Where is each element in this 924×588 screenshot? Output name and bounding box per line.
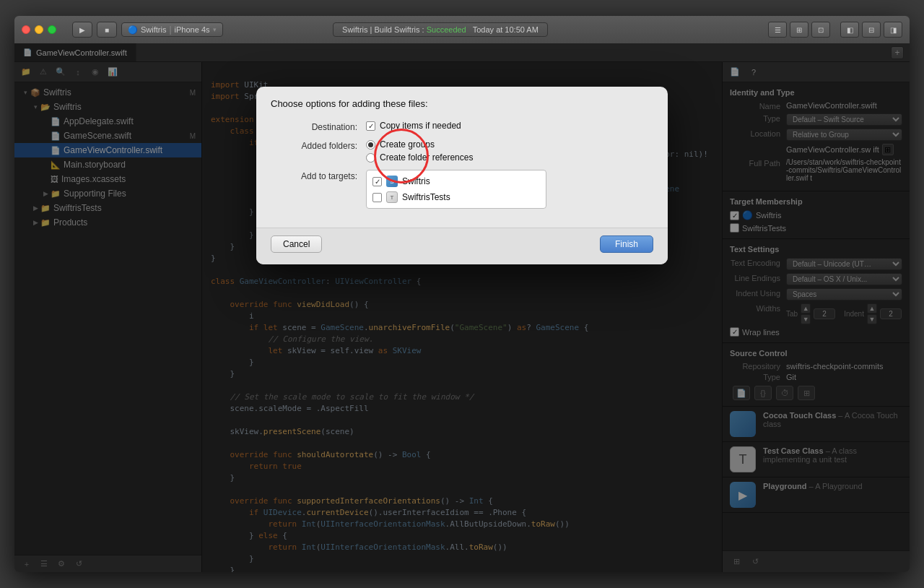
modal-header: Choose options for adding these files: bbox=[256, 87, 668, 115]
build-label: Swiftris | Build Swiftris : Succeeded To… bbox=[342, 25, 539, 34]
create-folder-refs-label: Create folder references bbox=[380, 152, 473, 163]
swiftristests-target-name: SwiftrisTests bbox=[402, 192, 450, 202]
swiftris-target-row[interactable]: ✓ S Swiftris bbox=[370, 173, 543, 189]
create-groups-row[interactable]: Create groups bbox=[366, 139, 473, 150]
separator: | bbox=[169, 25, 171, 35]
titlebar: ▶ ■ 🔵 Swiftris | iPhone 4s ▾ Swiftris | … bbox=[14, 16, 910, 43]
build-status-bar: Swiftris | Build Swiftris : Succeeded To… bbox=[333, 22, 548, 37]
modal-body: Destination: ✓ Copy items if needed Adde… bbox=[256, 115, 668, 228]
chevron-down-icon: ▾ bbox=[213, 26, 217, 33]
stop-button[interactable]: ■ bbox=[97, 22, 117, 38]
traffic-lights bbox=[22, 25, 56, 34]
xcode-window: ▶ ■ 🔵 Swiftris | iPhone 4s ▾ Swiftris | … bbox=[14, 16, 910, 572]
modal-footer: Cancel Finish bbox=[256, 228, 668, 264]
debug-toggle[interactable]: ⊟ bbox=[862, 22, 881, 38]
create-folder-refs-radio[interactable] bbox=[366, 153, 375, 163]
modal-title: Choose options for adding these files: bbox=[271, 98, 428, 109]
play-button[interactable]: ▶ bbox=[72, 22, 92, 38]
copy-items-label: Copy items if needed bbox=[380, 121, 461, 131]
create-folder-refs-row[interactable]: Create folder references bbox=[366, 152, 473, 163]
added-folders-label: Added folders: bbox=[271, 139, 357, 151]
close-button[interactable] bbox=[22, 25, 30, 34]
copy-items-checkbox[interactable]: ✓ bbox=[366, 121, 375, 131]
targets-list: ✓ S Swiftris T SwiftrisTests bbox=[366, 170, 546, 209]
add-to-targets-row: Add to targets: ✓ S Swiftris T SwiftrisT… bbox=[271, 170, 653, 209]
modal-overlay: Choose options for adding these files: D… bbox=[14, 43, 910, 572]
destination-row: Destination: ✓ Copy items if needed bbox=[271, 121, 653, 132]
copy-items-row[interactable]: ✓ Copy items if needed bbox=[366, 121, 461, 131]
inspector-toggle[interactable]: ◨ bbox=[884, 22, 902, 38]
toolbar: ▶ ■ 🔵 Swiftris | iPhone 4s ▾ bbox=[72, 22, 223, 38]
build-result: Succeeded bbox=[427, 25, 466, 34]
toolbar-right: ☰ ⊞ ⊡ ◧ ⊟ ◨ bbox=[768, 22, 902, 38]
editor-assistant-button[interactable]: ⊞ bbox=[790, 22, 808, 38]
swiftris-target-icon: S bbox=[386, 176, 398, 187]
editor-version-button[interactable]: ⊡ bbox=[811, 22, 830, 38]
create-groups-radio[interactable] bbox=[366, 140, 375, 150]
folder-options: Create groups Create folder references bbox=[366, 139, 473, 163]
added-folders-row: Added folders: Create groups Create fold… bbox=[271, 139, 653, 163]
add-to-targets-label: Add to targets: bbox=[271, 170, 357, 181]
swiftristests-target-row[interactable]: T SwiftrisTests bbox=[370, 189, 543, 205]
app-icon: 🔵 bbox=[128, 25, 138, 35]
destination-label: Destination: bbox=[271, 121, 357, 132]
editor-standard-button[interactable]: ☰ bbox=[768, 22, 787, 38]
swiftristests-target-icon: T bbox=[386, 191, 398, 203]
navigator-toggle[interactable]: ◧ bbox=[840, 22, 859, 38]
finish-button[interactable]: Finish bbox=[600, 235, 653, 253]
cancel-button[interactable]: Cancel bbox=[271, 235, 322, 253]
add-files-modal: Choose options for adding these files: D… bbox=[256, 87, 668, 264]
swiftris-target-name: Swiftris bbox=[402, 176, 430, 186]
app-name: Swiftris bbox=[141, 25, 166, 34]
create-groups-label: Create groups bbox=[380, 139, 435, 150]
maximize-button[interactable] bbox=[48, 25, 56, 34]
swiftris-target-checkbox[interactable]: ✓ bbox=[372, 177, 382, 186]
device-name: iPhone 4s bbox=[175, 25, 210, 34]
minimize-button[interactable] bbox=[35, 25, 43, 34]
swiftristests-target-checkbox[interactable] bbox=[372, 193, 382, 202]
